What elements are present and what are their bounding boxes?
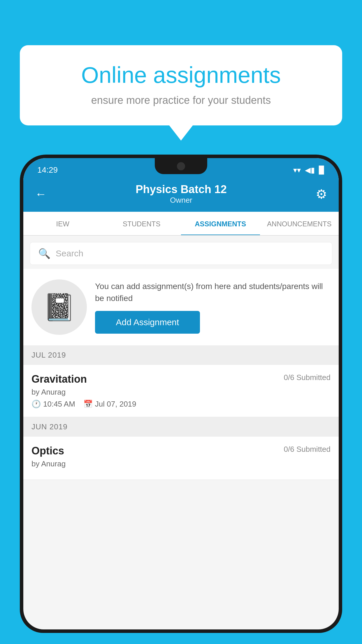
phone-notch [155,158,207,174]
tab-students[interactable]: STUDENTS [102,212,181,235]
phone-screen: 14:29 ▾▾ ◀▮ ▉ ← Physics Batch 12 Owner ⚙… [23,158,339,629]
search-icon: 🔍 [38,248,50,259]
promo-icon-circle: 📓 [31,279,87,335]
bubble-subtitle: ensure more practice for your students [40,94,322,106]
speech-bubble: Online assignments ensure more practice … [20,45,342,125]
assignment-by-gravitation: by Anurag [31,388,331,397]
tab-announcements[interactable]: ANNOUNCEMENTS [260,212,339,235]
signal-icon: ◀▮ [305,166,315,175]
tab-assignments[interactable]: ASSIGNMENTS [181,212,260,236]
phone-frame: 14:29 ▾▾ ◀▮ ▉ ← Physics Batch 12 Owner ⚙… [20,155,342,644]
status-time: 14:29 [37,165,58,175]
back-button[interactable]: ← [35,188,47,201]
header-title: Physics Batch 12 [136,183,227,196]
header-center: Physics Batch 12 Owner [136,183,227,205]
notebook-icon: 📓 [43,292,75,323]
promo-description: You can add assignment(s) from here and … [95,281,331,304]
promo-text: You can add assignment(s) from here and … [95,281,331,333]
month-separator-jul: JUL 2019 [23,345,339,365]
assignment-title-optics: Optics [31,445,64,457]
app-header: ← Physics Batch 12 Owner ⚙ [23,178,339,212]
assignment-date: Jul 07, 2019 [95,400,136,409]
assignment-header: Gravitation 0/6 Submitted [31,373,331,385]
search-placeholder: Search [56,249,83,258]
gear-icon[interactable]: ⚙ [316,187,327,202]
speech-bubble-container: Online assignments ensure more practice … [20,45,342,125]
clock-icon: 🕐 [31,400,41,409]
phone-outer: 14:29 ▾▾ ◀▮ ▉ ← Physics Batch 12 Owner ⚙… [20,155,342,633]
add-assignment-button[interactable]: Add Assignment [95,311,200,334]
assignment-header-optics: Optics 0/6 Submitted [31,445,331,457]
assignment-submitted-gravitation: 0/6 Submitted [284,373,331,382]
battery-icon: ▉ [319,166,325,175]
calendar-icon: 📅 [83,400,93,409]
meta-time: 🕐 10:45 AM [31,400,75,409]
tabs-bar: IEW STUDENTS ASSIGNMENTS ANNOUNCEMENTS [23,212,339,236]
status-icons: ▾▾ ◀▮ ▉ [293,166,325,175]
assignment-title-gravitation: Gravitation [31,373,87,385]
bubble-title: Online assignments [40,63,322,88]
phone-camera [177,162,185,170]
assignment-submitted-optics: 0/6 Submitted [284,445,331,454]
assignment-time: 10:45 AM [43,400,75,409]
header-subtitle: Owner [136,196,227,205]
month-separator-jun: JUN 2019 [23,417,339,437]
search-bar[interactable]: 🔍 Search [30,242,332,265]
wifi-icon: ▾▾ [293,166,301,175]
assignment-by-optics: by Anurag [31,459,331,468]
tab-iew[interactable]: IEW [23,212,102,235]
meta-date: 📅 Jul 07, 2019 [83,400,136,409]
assignment-item-gravitation[interactable]: Gravitation 0/6 Submitted by Anurag 🕐 10… [23,365,339,417]
assignment-meta-gravitation: 🕐 10:45 AM 📅 Jul 07, 2019 [31,400,331,409]
assignment-item-optics[interactable]: Optics 0/6 Submitted by Anurag [23,437,339,480]
promo-section: 📓 You can add assignment(s) from here an… [23,269,339,345]
